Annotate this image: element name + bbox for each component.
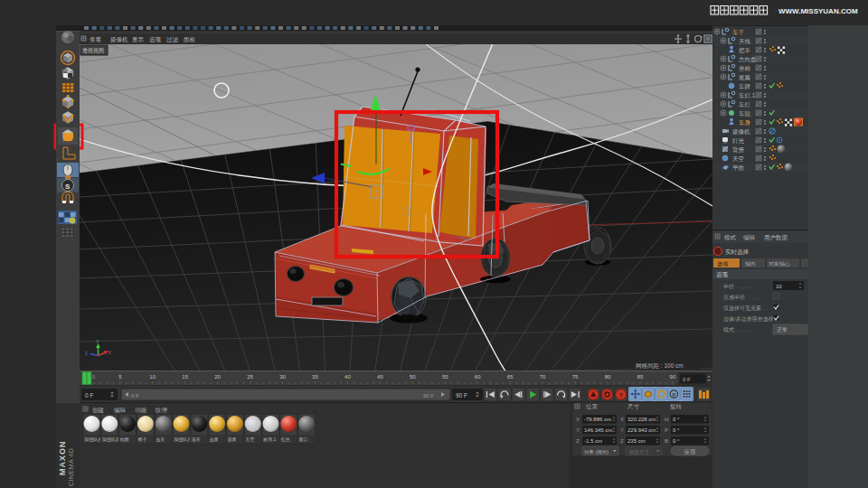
svg-text:方向盘: 方向盘 bbox=[739, 56, 757, 63]
svg-text:压感半径: 压感半径 bbox=[723, 294, 745, 300]
svg-text:10: 10 bbox=[776, 284, 782, 289]
svg-text:实时选择: 实时选择 bbox=[725, 249, 750, 256]
svg-text:50: 50 bbox=[410, 374, 416, 380]
svg-text:模式: 模式 bbox=[723, 327, 734, 333]
svg-text:?: ? bbox=[619, 392, 623, 399]
svg-text:查看: 查看 bbox=[90, 36, 102, 43]
svg-text:90: 90 bbox=[670, 374, 676, 380]
svg-text:X: X bbox=[576, 417, 580, 422]
svg-text:尺寸: 尺寸 bbox=[627, 403, 640, 409]
svg-text:天空: 天空 bbox=[245, 436, 254, 442]
svg-text:Z: Z bbox=[576, 438, 580, 444]
svg-text:MAXON: MAXON bbox=[58, 441, 67, 476]
svg-text:车牌: 车牌 bbox=[739, 83, 751, 90]
svg-text:.........: ......... bbox=[749, 295, 760, 300]
svg-text:0 F: 0 F bbox=[683, 377, 691, 382]
svg-text:半径: 半径 bbox=[722, 284, 734, 289]
svg-text:对象 (相对): 对象 (相对) bbox=[584, 449, 609, 455]
svg-text:纹理: 纹理 bbox=[155, 407, 168, 413]
svg-text:60: 60 bbox=[475, 374, 481, 380]
svg-text:20: 20 bbox=[214, 374, 221, 380]
svg-text:对象轴心: 对象轴心 bbox=[769, 261, 790, 267]
svg-text:-79.886 cm: -79.886 cm bbox=[584, 417, 611, 422]
svg-text:0 F: 0 F bbox=[85, 392, 93, 399]
svg-text:75: 75 bbox=[572, 374, 579, 380]
svg-text:0 F: 0 F bbox=[131, 393, 139, 399]
svg-text:35: 35 bbox=[312, 374, 318, 380]
svg-text:90 F: 90 F bbox=[456, 392, 467, 399]
svg-text:0 °: 0 ° bbox=[673, 417, 680, 422]
svg-text:面板: 面板 bbox=[184, 36, 196, 42]
svg-text:创建: 创建 bbox=[92, 407, 105, 414]
svg-text:Y: Y bbox=[620, 427, 624, 433]
svg-text:229.943 cm: 229.943 cm bbox=[627, 427, 656, 433]
svg-text:X: X bbox=[620, 417, 624, 422]
svg-text:红色: 红色 bbox=[281, 436, 290, 442]
svg-text:加强队右: 加强队右 bbox=[84, 436, 102, 443]
svg-text:椅子: 椅子 bbox=[137, 436, 146, 443]
svg-text:B: B bbox=[665, 438, 668, 444]
svg-text:窗口: 窗口 bbox=[299, 436, 308, 443]
svg-text:X: X bbox=[108, 350, 111, 355]
svg-text:深灰: 深灰 bbox=[192, 436, 201, 443]
svg-text:车灯.1: 车灯.1 bbox=[739, 92, 756, 99]
svg-text:车灯: 车灯 bbox=[739, 101, 751, 108]
svg-text:0: 0 bbox=[92, 374, 95, 380]
svg-text:摄像机: 摄像机 bbox=[732, 128, 750, 136]
svg-text:编辑: 编辑 bbox=[114, 407, 127, 413]
svg-text:Y: Y bbox=[96, 339, 99, 344]
svg-text:S: S bbox=[65, 183, 71, 191]
svg-text:0 °: 0 ° bbox=[673, 427, 680, 433]
svg-text:146.345 cm: 146.345 cm bbox=[584, 427, 612, 433]
svg-text:70: 70 bbox=[540, 374, 546, 380]
svg-text:WWW.MISSYUAN.COM: WWW.MISSYUAN.COM bbox=[778, 7, 858, 15]
svg-text:320.228 cm: 320.228 cm bbox=[627, 417, 656, 422]
svg-text:功能: 功能 bbox=[135, 407, 147, 414]
svg-text:地面: 地面 bbox=[119, 436, 129, 443]
svg-text:显示: 显示 bbox=[132, 36, 145, 42]
svg-text:应用: 应用 bbox=[684, 448, 695, 455]
svg-text:10: 10 bbox=[149, 374, 156, 380]
svg-text:40: 40 bbox=[344, 374, 351, 380]
svg-text:选项: 选项 bbox=[717, 261, 729, 267]
svg-text:车子: 车子 bbox=[732, 29, 745, 36]
svg-text:浅灰: 浅灰 bbox=[156, 436, 165, 443]
svg-text:P: P bbox=[665, 427, 668, 433]
svg-text:天线: 天线 bbox=[739, 38, 751, 44]
svg-text:编辑: 编辑 bbox=[743, 234, 756, 240]
svg-text:80: 80 bbox=[605, 374, 611, 380]
svg-text:.............: ............. bbox=[738, 284, 754, 289]
svg-text:30: 30 bbox=[279, 374, 286, 380]
svg-text:灯光: 灯光 bbox=[732, 137, 745, 145]
svg-text:天空: 天空 bbox=[732, 155, 744, 162]
svg-text:透视视图: 透视视图 bbox=[82, 47, 104, 54]
svg-text:位置: 位置 bbox=[586, 403, 599, 409]
svg-text:85: 85 bbox=[637, 374, 644, 380]
svg-text:过滤: 过滤 bbox=[166, 36, 179, 43]
svg-text:摄像机: 摄像机 bbox=[110, 36, 128, 43]
svg-text:旋转: 旋转 bbox=[670, 403, 683, 410]
svg-text:H: H bbox=[665, 417, 668, 422]
svg-text:背景: 背景 bbox=[732, 146, 745, 153]
svg-text:平面: 平面 bbox=[732, 164, 745, 171]
svg-text:Z: Z bbox=[620, 438, 624, 444]
svg-text:65: 65 bbox=[507, 374, 514, 380]
svg-text:...: ... bbox=[764, 305, 768, 311]
svg-text:车身: 车身 bbox=[739, 119, 751, 126]
svg-text:Z: Z bbox=[85, 351, 88, 356]
svg-text:座椅: 座椅 bbox=[739, 65, 751, 71]
svg-text:用户数据: 用户数据 bbox=[764, 234, 788, 241]
svg-text:网格间距 : 100 cm: 网格间距 : 100 cm bbox=[636, 362, 684, 370]
svg-text:轴向: 轴向 bbox=[745, 261, 756, 267]
svg-text:车轮: 车轮 bbox=[739, 110, 751, 117]
svg-text:25: 25 bbox=[247, 374, 253, 380]
svg-text:仅选择可见元素: 仅选择可见元素 bbox=[723, 305, 761, 312]
svg-text:235 cm: 235 cm bbox=[627, 438, 646, 444]
svg-text:把手: 把手 bbox=[739, 47, 751, 54]
svg-text:90 F: 90 F bbox=[423, 393, 434, 399]
svg-text:浅黄: 浅黄 bbox=[210, 436, 219, 443]
svg-text:P: P bbox=[672, 392, 675, 398]
svg-text:15: 15 bbox=[182, 374, 188, 380]
svg-text:Y: Y bbox=[576, 427, 580, 433]
svg-text:.............: ............. bbox=[738, 327, 754, 333]
